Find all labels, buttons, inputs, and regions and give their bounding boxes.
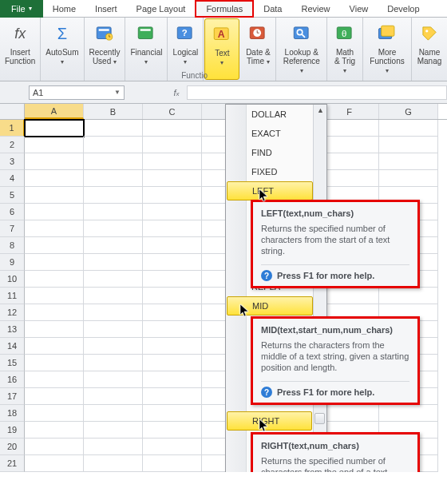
cell[interactable] bbox=[25, 321, 84, 338]
menu-item-exact[interactable]: EXACT bbox=[226, 124, 326, 143]
column-header[interactable]: F bbox=[320, 104, 379, 119]
cell[interactable] bbox=[25, 187, 84, 204]
cell[interactable] bbox=[84, 153, 143, 170]
autosum-button[interactable]: Σ AutoSum▾ bbox=[41, 18, 84, 81]
row-header[interactable]: 18 bbox=[0, 405, 25, 422]
more-functions-button[interactable]: MoreFunctions ▾ bbox=[363, 18, 412, 81]
cell[interactable] bbox=[25, 254, 84, 271]
tab-review[interactable]: Review bbox=[291, 0, 339, 18]
row-header[interactable]: 12 bbox=[0, 304, 25, 321]
scroll-up-icon[interactable]: ▲ bbox=[317, 106, 324, 114]
formula-bar-input[interactable] bbox=[187, 85, 447, 100]
row-header[interactable]: 6 bbox=[0, 204, 25, 220]
row-header[interactable]: 4 bbox=[0, 170, 25, 187]
row-header[interactable]: 10 bbox=[0, 271, 25, 288]
name-manager-button[interactable]: NameManag bbox=[412, 18, 447, 81]
cell[interactable] bbox=[25, 304, 84, 321]
cell[interactable] bbox=[25, 422, 84, 439]
cell[interactable] bbox=[143, 338, 202, 355]
row-header[interactable]: 14 bbox=[0, 338, 25, 355]
cell[interactable] bbox=[143, 321, 202, 338]
cell[interactable] bbox=[25, 271, 84, 288]
cell[interactable] bbox=[379, 137, 438, 153]
text-button[interactable]: A Text▾ bbox=[204, 18, 239, 80]
fx-icon[interactable]: fx bbox=[169, 88, 184, 97]
row-header[interactable]: 19 bbox=[0, 422, 25, 439]
date-time-button[interactable]: Date &Time ▾ bbox=[240, 18, 276, 81]
cell[interactable] bbox=[143, 439, 202, 455]
row-header[interactable]: 9 bbox=[0, 254, 25, 271]
row-header[interactable]: 21 bbox=[0, 455, 25, 472]
cell[interactable] bbox=[25, 388, 84, 405]
tab-data[interactable]: Data bbox=[254, 0, 291, 18]
cell[interactable] bbox=[143, 187, 202, 204]
cell[interactable] bbox=[143, 388, 202, 405]
cell[interactable] bbox=[84, 304, 143, 321]
cell[interactable] bbox=[25, 204, 84, 220]
cell[interactable] bbox=[25, 120, 84, 137]
math-button[interactable]: θ Math& Trig ▾ bbox=[327, 18, 363, 81]
cell[interactable] bbox=[143, 304, 202, 321]
tab-home[interactable]: Home bbox=[43, 0, 85, 18]
column-header[interactable]: B bbox=[84, 104, 143, 119]
row-header[interactable]: 20 bbox=[0, 439, 25, 455]
cell[interactable] bbox=[84, 254, 143, 271]
cell[interactable] bbox=[143, 271, 202, 288]
cell[interactable] bbox=[143, 288, 202, 304]
cell[interactable] bbox=[84, 220, 143, 237]
menu-item-mid[interactable]: MID bbox=[227, 296, 313, 315]
menu-item-fixed[interactable]: FIXED bbox=[226, 162, 326, 181]
cell[interactable] bbox=[84, 422, 143, 439]
cell[interactable] bbox=[320, 288, 379, 304]
cell[interactable] bbox=[84, 170, 143, 187]
cell[interactable] bbox=[84, 137, 143, 153]
cell[interactable] bbox=[25, 455, 84, 472]
select-all-corner[interactable] bbox=[0, 104, 25, 119]
cell[interactable] bbox=[143, 170, 202, 187]
cell[interactable] bbox=[84, 237, 143, 254]
cell[interactable] bbox=[143, 237, 202, 254]
lookup-button[interactable]: Lookup &Reference ▾ bbox=[276, 18, 327, 81]
cell[interactable] bbox=[143, 355, 202, 371]
tab-view[interactable]: View bbox=[340, 0, 378, 18]
cell[interactable] bbox=[25, 220, 84, 237]
cell[interactable] bbox=[25, 405, 84, 422]
cell[interactable] bbox=[84, 338, 143, 355]
cell[interactable] bbox=[379, 120, 438, 137]
cell[interactable] bbox=[25, 338, 84, 355]
cell[interactable] bbox=[25, 153, 84, 170]
row-header[interactable]: 13 bbox=[0, 321, 25, 338]
cell[interactable] bbox=[25, 170, 84, 187]
row-header[interactable]: 16 bbox=[0, 371, 25, 388]
cell[interactable] bbox=[25, 137, 84, 153]
tab-insert[interactable]: Insert bbox=[85, 0, 127, 18]
cell[interactable] bbox=[379, 170, 438, 187]
cell[interactable] bbox=[84, 204, 143, 220]
cell[interactable] bbox=[320, 137, 379, 153]
cell[interactable] bbox=[84, 371, 143, 388]
cell[interactable] bbox=[25, 237, 84, 254]
chevron-down-icon[interactable]: ▼ bbox=[114, 89, 121, 96]
cell[interactable] bbox=[84, 405, 143, 422]
cell[interactable] bbox=[84, 271, 143, 288]
menu-item-left[interactable]: LEFT bbox=[227, 181, 313, 200]
cell[interactable] bbox=[143, 405, 202, 422]
cell[interactable] bbox=[25, 439, 84, 455]
cell[interactable] bbox=[143, 120, 202, 137]
cell[interactable] bbox=[143, 422, 202, 439]
row-header[interactable]: 3 bbox=[0, 153, 25, 170]
financial-button[interactable]: Financial▾ bbox=[125, 18, 168, 81]
menu-item-right[interactable]: RIGHT bbox=[227, 411, 312, 431]
column-header[interactable]: A bbox=[25, 104, 84, 119]
name-box[interactable]: A1 ▼ bbox=[29, 85, 125, 100]
row-header[interactable]: 2 bbox=[0, 137, 25, 153]
cell[interactable] bbox=[25, 288, 84, 304]
cell[interactable] bbox=[84, 187, 143, 204]
cell[interactable] bbox=[320, 405, 379, 422]
row-header[interactable]: 5 bbox=[0, 187, 25, 204]
cell[interactable] bbox=[320, 153, 379, 170]
cell[interactable] bbox=[143, 204, 202, 220]
cell[interactable] bbox=[379, 405, 438, 422]
column-header[interactable]: G bbox=[379, 104, 438, 119]
cell[interactable] bbox=[143, 153, 202, 170]
